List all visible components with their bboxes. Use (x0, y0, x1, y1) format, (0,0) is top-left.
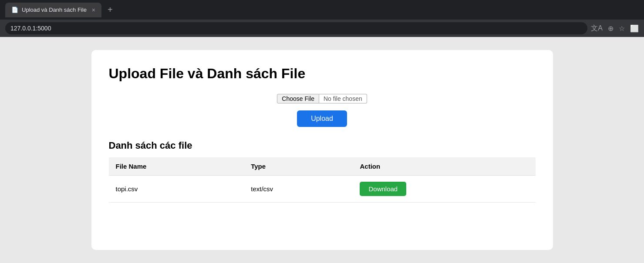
file-input-row: Choose File No file chosen (277, 94, 367, 103)
table-row: topi.csvtext/csvDownload (109, 176, 536, 203)
main-card: Upload File và Danh sách File Choose Fil… (91, 50, 553, 250)
no-file-text: No file chosen (319, 94, 367, 103)
file-type-cell: text/csv (244, 176, 353, 203)
table-header: File Name Type Action (109, 157, 536, 176)
file-list-title: Danh sách các file (109, 140, 536, 151)
page-title: Upload File và Danh sách File (109, 66, 536, 82)
column-header-name: File Name (109, 157, 244, 176)
browser-toolbar: 127.0.0.1:5000 文A ⊕ ☆ ⬜ (0, 20, 644, 37)
page-background: Upload File và Danh sách File Choose Fil… (0, 37, 644, 263)
favorites-icon[interactable]: ☆ (619, 24, 625, 33)
new-tab-button[interactable]: + (104, 3, 116, 17)
address-bar[interactable]: 127.0.0.1:5000 (5, 22, 587, 34)
table-body: topi.csvtext/csvDownload (109, 176, 536, 203)
choose-file-label[interactable]: Choose File (277, 94, 319, 103)
file-list-section: Danh sách các file File Name Type Action… (109, 140, 536, 203)
split-view-icon[interactable]: ⬜ (630, 24, 639, 33)
tab-title: Upload và Danh sách File (22, 7, 87, 13)
upload-section: Choose File No file chosen Upload (109, 94, 536, 127)
file-name-cell: topi.csv (109, 176, 244, 203)
column-header-type: Type (244, 157, 353, 176)
immersive-reader-icon[interactable]: ⊕ (608, 24, 614, 33)
tab-bar: 📄 Upload và Danh sách File × + (5, 3, 639, 17)
toolbar-icons: 文A ⊕ ☆ ⬜ (591, 24, 639, 33)
reader-mode-icon[interactable]: 文A (591, 24, 603, 33)
tab-page-icon: 📄 (11, 7, 18, 13)
active-tab[interactable]: 📄 Upload và Danh sách File × (5, 3, 101, 17)
browser-title-bar: 📄 Upload và Danh sách File × + (0, 0, 644, 20)
upload-button[interactable]: Upload (297, 110, 347, 127)
table-header-row: File Name Type Action (109, 157, 536, 176)
download-button[interactable]: Download (360, 182, 406, 196)
file-table: File Name Type Action topi.csvtext/csvDo… (109, 157, 536, 203)
url-text: 127.0.0.1:5000 (10, 25, 51, 32)
tab-close-button[interactable]: × (92, 7, 95, 13)
column-header-action: Action (353, 157, 535, 176)
file-action-cell: Download (353, 176, 535, 203)
